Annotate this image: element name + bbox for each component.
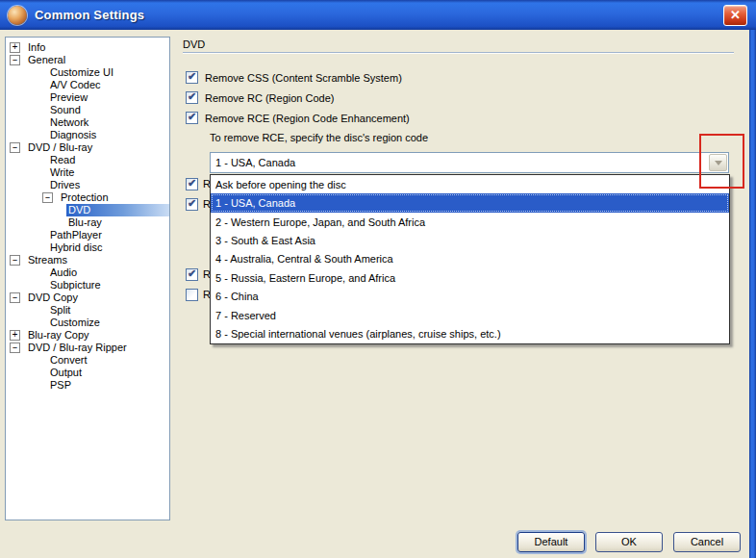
tree-item-label: A/V Codec xyxy=(48,79,103,91)
tree-item-label: Hybrid disc xyxy=(48,241,104,254)
checkbox-checked[interactable] xyxy=(186,71,198,84)
checkbox-checked[interactable] xyxy=(186,268,198,281)
checkbox-label: Remove RC (Region Code) xyxy=(205,92,335,104)
hidden-checkbox-label: R xyxy=(203,289,210,300)
tree-item-protection[interactable]: –Protection xyxy=(6,191,169,204)
close-icon[interactable]: ✕ xyxy=(723,5,747,26)
tree-expander-minus-icon[interactable]: – xyxy=(42,192,53,203)
dropdown-item-selected[interactable]: 1 - USA, Canada xyxy=(211,193,729,212)
dropdown-item[interactable]: 5 - Russia, Eastern Europe, and Africa xyxy=(211,268,729,287)
checkbox-unchecked[interactable] xyxy=(186,289,198,301)
tree-item-label: Customize xyxy=(48,317,102,329)
tree-item-dvd-blu-ray-ripper[interactable]: –DVD / Blu-ray Ripper xyxy=(6,342,169,354)
app-icon xyxy=(8,6,27,25)
tree-item-label: Audio xyxy=(48,266,79,279)
tree-item-pathplayer[interactable]: PathPlayer xyxy=(6,229,169,241)
tree-expander-plus-icon[interactable]: + xyxy=(10,42,20,53)
combobox-dropdown-button[interactable] xyxy=(709,154,727,171)
tree-item-sound[interactable]: Sound xyxy=(6,104,169,116)
checkbox-checked[interactable] xyxy=(186,178,198,190)
checkbox-checked[interactable] xyxy=(186,112,198,124)
tree-item-psp[interactable]: PSP xyxy=(6,379,169,392)
window-title: Common Settings xyxy=(35,8,144,22)
tree-item-label: Subpicture xyxy=(48,279,103,292)
tree-expander-minus-icon[interactable]: – xyxy=(10,342,20,353)
hidden-checkbox-row[interactable]: R xyxy=(186,288,210,301)
tree-item-drives[interactable]: Drives xyxy=(6,179,169,191)
tree-item-read[interactable]: Read xyxy=(6,154,169,166)
tree-item-label: General xyxy=(26,54,67,66)
tree-item-output[interactable]: Output xyxy=(6,367,169,379)
default-button[interactable]: Default xyxy=(517,532,585,552)
tree-expander-minus-icon[interactable]: – xyxy=(10,142,20,153)
hidden-checkbox-label: R xyxy=(203,268,210,280)
hidden-checkbox-row[interactable]: R xyxy=(186,177,210,190)
tree-item-write[interactable]: Write xyxy=(6,166,169,179)
cancel-button[interactable]: Cancel xyxy=(673,532,741,552)
settings-tree-panel[interactable]: +Info–GeneralCustomize UIA/V CodecPrevie… xyxy=(5,37,170,520)
checkbox-row[interactable]: Remove CSS (Content Scramble System) xyxy=(186,67,410,88)
tree-item-label: Split xyxy=(48,304,72,317)
checkbox-label: Remove RCE (Region Code Enhancement) xyxy=(205,113,410,124)
tree-item-label: PathPlayer xyxy=(48,229,104,241)
region-code-dropdown-list: Ask before opening the disc1 - USA, Cana… xyxy=(210,174,730,344)
tree-item-label: Preview xyxy=(48,91,89,104)
dropdown-item[interactable]: 4 - Australia, Central & South America xyxy=(211,250,729,268)
tree-item-label: Customize UI xyxy=(48,66,115,79)
tree-item-label: Blu-ray Copy xyxy=(26,329,91,342)
dropdown-item[interactable]: 7 - Reserved xyxy=(211,306,729,324)
tree-item-label: PSP xyxy=(48,379,73,392)
tree-item-label: Streams xyxy=(26,254,69,266)
combobox-value: 1 - USA, Canada xyxy=(215,153,295,172)
tree-item-dvd-blu-ray[interactable]: –DVD / Blu-ray xyxy=(6,141,169,154)
tree-item-dvd-copy[interactable]: –DVD Copy xyxy=(6,292,169,304)
tree-item-convert[interactable]: Convert xyxy=(6,354,169,367)
tree-item-label: Protection xyxy=(59,191,111,204)
tree-item-audio[interactable]: Audio xyxy=(6,266,169,279)
dropdown-item[interactable]: 3 - South & East Asia xyxy=(211,231,729,249)
dropdown-item[interactable]: 2 - Western Europe, Japan, and South Afr… xyxy=(211,213,729,231)
checkbox-checked[interactable] xyxy=(186,198,198,211)
tree-expander-plus-icon[interactable]: + xyxy=(10,330,20,341)
tree-item-label: Sound xyxy=(48,104,83,116)
ok-button[interactable]: OK xyxy=(595,532,663,552)
tree-item-label: Write xyxy=(48,166,76,179)
tree-item-label: Drives xyxy=(48,179,82,191)
tree-item-label: DVD xyxy=(66,204,169,216)
tree-item-split[interactable]: Split xyxy=(6,304,169,317)
checkbox-row[interactable]: Remove RCE (Region Code Enhancement) xyxy=(186,108,410,128)
tree-item-info[interactable]: +Info xyxy=(6,41,169,54)
hidden-checkbox-row[interactable]: R xyxy=(186,197,210,211)
tree-item-label: DVD / Blu-ray xyxy=(26,141,94,154)
settings-tree: +Info–GeneralCustomize UIA/V CodecPrevie… xyxy=(6,38,169,392)
tree-item-diagnosis[interactable]: Diagnosis xyxy=(6,129,169,141)
checkbox-row[interactable]: Remove RC (Region Code) xyxy=(186,88,410,108)
chevron-down-icon xyxy=(715,161,722,165)
tree-item-customize-ui[interactable]: Customize UI xyxy=(6,66,169,79)
tree-item-customize[interactable]: Customize xyxy=(6,317,169,329)
region-code-combobox[interactable]: 1 - USA, Canada xyxy=(210,152,729,173)
tree-item-subpicture[interactable]: Subpicture xyxy=(6,279,169,292)
dropdown-item[interactable]: 8 - Special international venues (airpla… xyxy=(211,325,729,343)
dropdown-item[interactable]: 6 - China xyxy=(211,288,729,306)
header-divider xyxy=(183,52,734,54)
tree-item-dvd[interactable]: DVD xyxy=(6,204,169,216)
tree-item-streams[interactable]: –Streams xyxy=(6,254,169,266)
tree-item-blu-ray[interactable]: Blu-ray xyxy=(6,216,169,229)
tree-item-preview[interactable]: Preview xyxy=(6,91,169,104)
dropdown-item[interactable]: Ask before opening the disc xyxy=(211,175,729,193)
tree-item-hybrid-disc[interactable]: Hybrid disc xyxy=(6,241,169,254)
tree-expander-minus-icon[interactable]: – xyxy=(10,255,20,266)
tree-item-label: Info xyxy=(26,41,47,54)
tree-item-a-v-codec[interactable]: A/V Codec xyxy=(6,79,169,91)
tree-item-label: Output xyxy=(48,367,84,379)
window-right-border xyxy=(749,29,756,558)
hidden-checkbox-row[interactable]: R xyxy=(186,267,210,281)
tree-expander-minus-icon[interactable]: – xyxy=(10,55,20,65)
checkbox-checked[interactable] xyxy=(186,91,198,104)
tree-item-general[interactable]: –General xyxy=(6,54,169,66)
tree-expander-minus-icon[interactable]: – xyxy=(10,292,20,303)
tree-item-label: Read xyxy=(48,154,77,166)
tree-item-blu-ray-copy[interactable]: +Blu-ray Copy xyxy=(6,329,169,342)
tree-item-network[interactable]: Network xyxy=(6,116,169,129)
